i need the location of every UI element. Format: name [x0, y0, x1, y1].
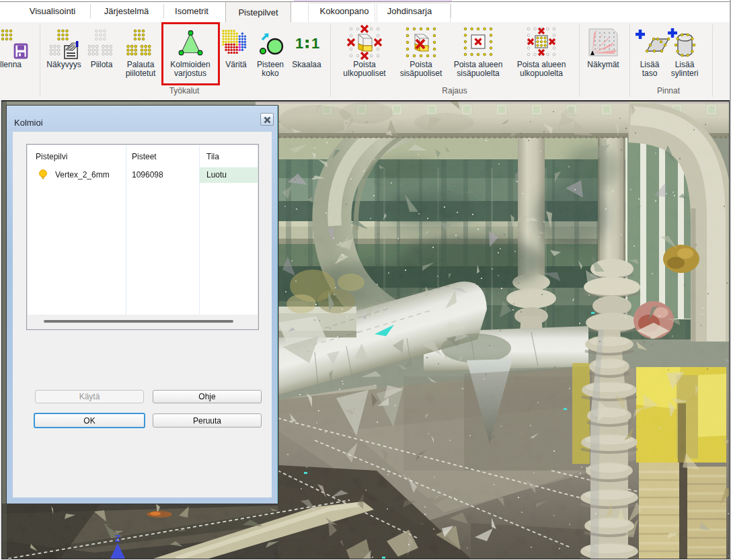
svg-text:1: 1 — [311, 35, 319, 52]
svg-text:1: 1 — [295, 35, 303, 52]
